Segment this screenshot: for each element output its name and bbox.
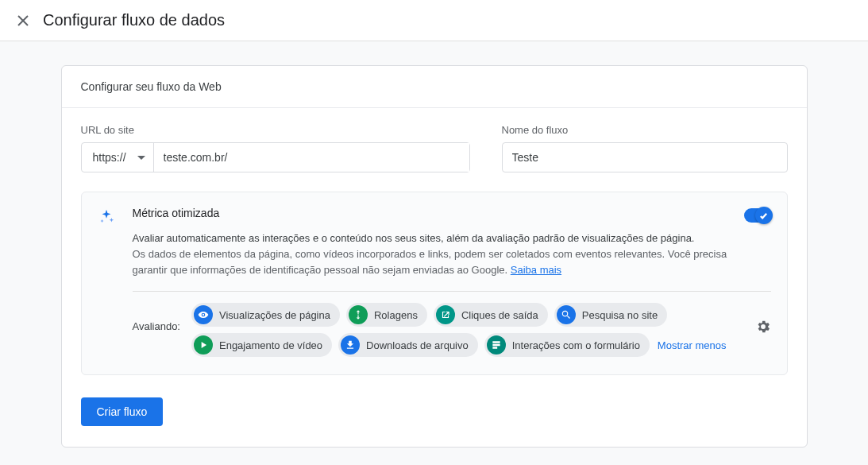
metric-content: Métrica otimizada Avaliar automaticament… [133,207,771,357]
gear-icon[interactable] [755,319,771,335]
form-icon [487,335,506,355]
website-url-input[interactable] [154,143,469,172]
chip-file-downloads: Downloads de arquivo [338,333,478,357]
evaluating-row: Avaliando: Visualizações de página [133,303,771,357]
search-icon [557,305,576,324]
stream-name-label: Nome do fluxo [502,124,788,136]
metric-text: Métrica otimizada Avaliar automaticament… [133,207,731,278]
protocol-value: https:// [93,151,126,164]
name-field-group: Nome do fluxo [502,124,788,172]
metric-head: Métrica otimizada Avaliar automaticament… [133,207,771,278]
evaluating-label: Avaliando: [133,303,180,332]
download-icon [341,335,360,355]
url-input-row: https:// [81,142,470,172]
close-icon[interactable] [17,15,29,26]
card-section-title: Configurar seu fluxo da Web [62,66,807,108]
chip-label: Cliques de saída [461,309,538,321]
chevron-down-icon [137,156,145,160]
learn-more-link[interactable]: Saiba mais [511,264,561,276]
web-stream-card: Configurar seu fluxo da Web URL do site … [61,65,808,448]
chip-label: Rolagens [374,309,418,321]
chip-site-search: Pesquisa no site [554,303,667,327]
page-title: Configurar fluxo de dados [43,11,225,29]
chip-label: Interações com o formulário [512,339,640,351]
check-icon [759,211,768,220]
show-less-link[interactable]: Mostrar menos [656,336,728,355]
metric-description: Avaliar automaticamente as interações e … [133,231,731,246]
chip-video-engagement: Engajamento de vídeo [191,333,332,357]
chip-pageviews: Visualizações de página [191,303,340,327]
chip-outbound-clicks: Cliques de saída [434,303,548,327]
link-out-icon [436,305,455,324]
chip-label: Engajamento de vídeo [219,339,322,351]
chip-label: Visualizações de página [219,309,330,321]
protocol-select[interactable]: https:// [82,143,154,172]
page-background: Configurar seu fluxo da Web URL do site … [0,41,868,465]
url-label: URL do site [81,124,470,136]
chip-label: Downloads de arquivo [366,339,469,351]
eye-icon [194,305,213,324]
dialog-header: Configurar fluxo de dados [0,0,868,41]
fields-row: URL do site https:// Nome do fluxo [81,124,788,172]
url-field-group: URL do site https:// [81,124,470,172]
chip-label: Pesquisa no site [582,309,658,321]
divider [133,291,771,292]
enhanced-measurement-toggle[interactable] [744,208,771,223]
metric-title: Métrica otimizada [133,207,731,219]
metric-chips: Visualizações de página Rolagens [191,303,739,357]
play-icon [194,335,213,355]
metric-subtext: Os dados de elementos da página, como ví… [133,246,731,278]
scroll-icon [349,305,368,324]
create-stream-button[interactable]: Criar fluxo [81,397,164,426]
stream-name-input[interactable] [502,142,788,172]
chip-scrolls: Rolagens [346,303,427,327]
enhanced-measurement-box: Métrica otimizada Avaliar automaticament… [81,192,788,375]
card-body: URL do site https:// Nome do fluxo [62,108,807,447]
toggle-knob [755,207,773,224]
sparkle-icon [98,208,115,226]
chip-form-interactions: Interações com o formulário [484,333,650,357]
